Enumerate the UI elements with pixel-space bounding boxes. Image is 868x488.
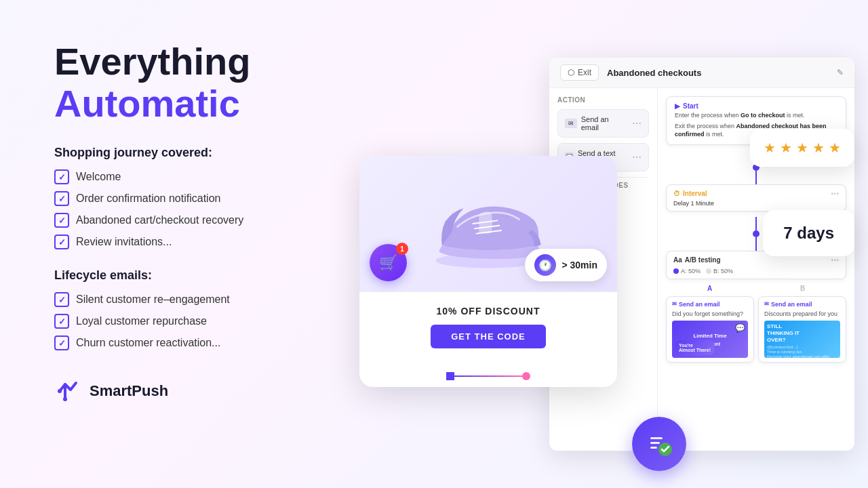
list-item: Silent customer re–engagement bbox=[54, 292, 380, 307]
send-email-action[interactable]: ✉ Send an email ⋯ bbox=[557, 109, 649, 138]
cart-notification-badge: 🛒 1 bbox=[370, 244, 407, 281]
send-node-b: ✉ Send an email Discounts prepared for y… bbox=[758, 296, 846, 363]
ab-dot-b bbox=[706, 268, 711, 274]
list-item: Welcome bbox=[54, 169, 380, 184]
action-section-title: Action bbox=[557, 96, 649, 104]
panel-header: ⬡ Exit Abandoned checkouts ✎ bbox=[549, 58, 854, 88]
svg-point-1 bbox=[63, 397, 67, 401]
node-dots: ⋯ bbox=[831, 256, 839, 265]
star-3: ★ bbox=[796, 140, 808, 156]
svg-point-0 bbox=[58, 389, 62, 393]
promo-card: 🛒 1 🕐 > 30min 10% OFF DISCOUNT GET THE C… bbox=[359, 156, 617, 387]
panel-title: Abandoned checkouts bbox=[607, 68, 829, 78]
interval-node: ⏱ Interval ⋯ Delay 1 Minute bbox=[666, 184, 846, 211]
list-item: Loyal customer repurchase bbox=[54, 314, 380, 329]
list-item: Order confirmation notification bbox=[54, 191, 380, 206]
ab-labels-row: A B bbox=[666, 285, 846, 292]
lifecycle-label: Lifecycle emails: bbox=[54, 268, 380, 283]
stars-card: ★ ★ ★ ★ ★ 👆 bbox=[750, 129, 854, 167]
svg-rect-5 bbox=[650, 447, 657, 449]
cart-icon: 🛒 bbox=[379, 254, 397, 272]
illustration-area: ⬡ Exit Abandoned checkouts ✎ Action ✉ Se… bbox=[359, 20, 854, 481]
star-4: ★ bbox=[812, 140, 825, 156]
exit-button[interactable]: ⬡ Exit bbox=[560, 64, 599, 81]
logo-area: SmartPush bbox=[54, 378, 380, 405]
email-preview-b: STILL THINKING IT OVER? @[contact.first.… bbox=[764, 321, 840, 358]
exit-icon: ⬡ bbox=[568, 68, 574, 77]
email-preview-a: Limited Time Discount 💬 You'reAlmost The… bbox=[672, 321, 748, 358]
send-node-a: ✉ Send an email Did you forget something… bbox=[666, 296, 754, 363]
edit-icon[interactable]: ✎ bbox=[837, 68, 844, 77]
check-icon bbox=[54, 235, 69, 249]
action-dots: ⋯ bbox=[632, 118, 642, 129]
star-5: ★ bbox=[829, 140, 841, 156]
bottom-connector bbox=[359, 362, 617, 387]
check-icon bbox=[54, 314, 69, 329]
svg-rect-3 bbox=[650, 437, 663, 439]
headline-part1: Everything bbox=[54, 40, 250, 83]
check-icon bbox=[54, 191, 69, 206]
logo-text: SmartPush bbox=[90, 382, 168, 400]
notification-count: 1 bbox=[396, 243, 408, 255]
check-icon bbox=[54, 336, 69, 350]
discount-text: 10% OFF DISCOUNT bbox=[373, 306, 604, 317]
star-1: ★ bbox=[764, 140, 776, 156]
send-nodes-row: ✉ Send an email Did you forget something… bbox=[666, 296, 846, 363]
check-icon bbox=[54, 169, 69, 184]
days-card: 7 days bbox=[763, 210, 854, 256]
list-item: Abandoned cart/checkout recovery bbox=[54, 213, 380, 228]
interval-value: Delay 1 Minute bbox=[673, 200, 839, 207]
connector-dot-pink bbox=[522, 372, 530, 380]
shopping-journey-label: Shopping journey covered: bbox=[54, 146, 380, 160]
action-dots: ⋯ bbox=[632, 152, 642, 163]
days-label: 7 days bbox=[783, 224, 834, 242]
flow-dot bbox=[753, 230, 760, 237]
svg-rect-4 bbox=[650, 442, 660, 444]
start-desc1: Enter the process when Go to checkout is… bbox=[675, 111, 837, 120]
check-circle-icon bbox=[644, 429, 674, 460]
start-title: ▶ Start bbox=[675, 102, 698, 110]
email-icon: ✉ bbox=[565, 119, 577, 128]
completion-badge bbox=[632, 417, 686, 471]
check-icon bbox=[54, 292, 69, 307]
list-item: Review invitations... bbox=[54, 235, 380, 249]
connector-dot-purple bbox=[446, 372, 454, 380]
headline: Everything Automatic bbox=[54, 41, 380, 124]
flow-connector bbox=[755, 217, 757, 230]
almost-badge: You'reAlmost There! bbox=[675, 340, 715, 355]
connector-h-line bbox=[454, 375, 522, 377]
smartpush-logo-icon bbox=[54, 378, 81, 405]
get-code-button[interactable]: GET THE CODE bbox=[431, 325, 546, 348]
send-email-label: Send an email bbox=[581, 115, 628, 131]
flow-connector bbox=[755, 171, 757, 184]
timer-badge: 🕐 > 30min bbox=[525, 249, 607, 281]
timer-text: > 30min bbox=[561, 260, 597, 270]
flow-connector bbox=[755, 237, 757, 251]
left-panel: Everything Automatic Shopping journey co… bbox=[54, 41, 380, 405]
check-icon bbox=[54, 213, 69, 228]
shopping-journey-list: Welcome Order confirmation notification … bbox=[54, 169, 380, 249]
star-2: ★ bbox=[780, 140, 792, 156]
node-dots: ⋯ bbox=[831, 189, 839, 199]
discount-section: 10% OFF DISCOUNT GET THE CODE bbox=[359, 291, 617, 362]
timer-circle-icon: 🕐 bbox=[534, 254, 556, 276]
shoe-area: 🛒 1 🕐 > 30min bbox=[359, 156, 617, 291]
headline-part2: Automatic bbox=[54, 82, 240, 125]
lifecycle-list: Silent customer re–engagement Loyal cust… bbox=[54, 292, 380, 350]
list-item: Churn customer reactivation... bbox=[54, 336, 380, 350]
exit-label: Exit bbox=[578, 68, 591, 77]
clock-icon: 🕐 bbox=[538, 259, 552, 272]
ab-dot-a bbox=[673, 268, 679, 274]
